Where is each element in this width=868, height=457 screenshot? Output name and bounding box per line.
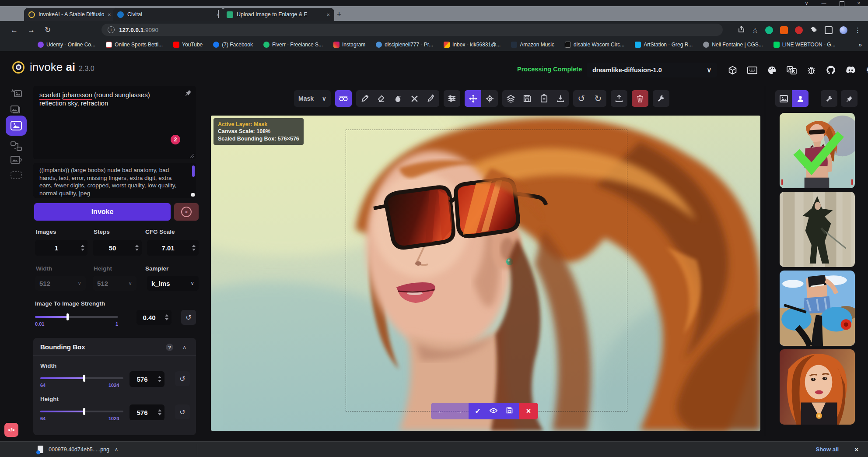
gallery-images-tab-button[interactable] (775, 90, 792, 107)
steps-stepper[interactable] (132, 240, 142, 256)
tab-nodes[interactable] (7, 138, 25, 154)
eraser-tool-button[interactable] (373, 90, 389, 107)
save-to-gallery-button[interactable] (519, 90, 536, 107)
bookmark-item[interactable]: Udemy - Online Co... (38, 42, 95, 48)
resize-handle[interactable] (190, 153, 194, 158)
previous-image-button[interactable]: ← (437, 407, 444, 415)
height-select[interactable]: 512 ∨ (93, 276, 136, 291)
adblock-extension-icon[interactable] (795, 26, 803, 34)
brush-options-button[interactable] (444, 90, 460, 107)
negative-prompt-textarea[interactable]: ((implants)) (large boobs) nude bad anat… (33, 163, 196, 198)
slider-handle[interactable] (83, 375, 85, 382)
erase-bounding-box-button[interactable] (406, 90, 423, 107)
merge-visible-button[interactable] (502, 90, 519, 107)
settings-gear-icon[interactable]: ⚙ (866, 65, 868, 75)
tab-close-icon[interactable]: × (108, 11, 111, 18)
show-all-downloads-link[interactable]: Show all (816, 446, 839, 453)
cfg-scale-input[interactable]: 7.01 (147, 240, 199, 256)
color-picker-tool-button[interactable] (423, 90, 439, 107)
tab-post-processing[interactable] (7, 152, 25, 168)
tab-image-to-image[interactable] (7, 102, 25, 117)
tab-search-icon[interactable]: ∨ (805, 0, 808, 6)
bookmark-item[interactable]: ArtStation - Greg R... (635, 42, 693, 48)
download-chevron-icon[interactable]: ∧ (115, 446, 118, 452)
profile-avatar[interactable] (840, 26, 847, 34)
github-icon[interactable] (826, 65, 836, 75)
steps-input[interactable]: 50 (93, 240, 142, 256)
reset-view-button[interactable] (481, 90, 498, 107)
mask-visibility-toggle[interactable] (335, 90, 352, 107)
site-info-icon[interactable]: i (108, 26, 115, 33)
bbox-height-stepper[interactable] (155, 404, 164, 420)
show-hide-mask-button[interactable] (490, 407, 497, 415)
scrollbar-thumb[interactable] (192, 165, 195, 177)
bbox-width-stepper[interactable] (155, 371, 164, 387)
gallery-person-tab-button[interactable] (792, 90, 808, 107)
canvas-settings-button[interactable] (653, 90, 669, 107)
upload-image-button[interactable] (611, 90, 627, 107)
move-tool-button[interactable] (465, 90, 481, 107)
bug-report-icon[interactable] (807, 66, 816, 75)
bbox-width-input[interactable]: 576 (130, 371, 164, 387)
undo-button[interactable]: ↺ (573, 90, 590, 107)
width-select[interactable]: 512 ∨ (35, 276, 86, 291)
strength-reset-button[interactable]: ↺ (181, 310, 196, 325)
pin-icon[interactable] (185, 89, 192, 98)
extension-green-icon[interactable] (765, 26, 773, 34)
layer-select[interactable]: Mask ∨ (294, 90, 331, 107)
gallery-thumbnail-selected[interactable] (780, 113, 855, 188)
back-icon[interactable]: ← (10, 26, 18, 35)
extensions-puzzle-icon[interactable] (810, 25, 818, 35)
address-input[interactable]: i 127.0.0.1:9090 (102, 24, 723, 36)
gallery-pin-button[interactable] (841, 90, 858, 107)
brush-tool-button[interactable] (356, 90, 373, 107)
console-toggle-button[interactable]: </> (4, 423, 18, 437)
forward-icon[interactable]: → (28, 26, 35, 35)
tab-text-to-image[interactable] (7, 86, 25, 102)
bookmark-item[interactable]: disable Wacom Circ... (565, 42, 624, 48)
language-translate-icon[interactable] (787, 66, 797, 74)
bookmarks-overflow-icon[interactable]: » (858, 41, 862, 48)
gallery-thumbnail[interactable] (780, 271, 855, 346)
prompt-textarea[interactable]: scarlett johansson (round sunglasses) re… (33, 86, 196, 159)
help-icon[interactable]: ? (166, 344, 173, 351)
model-select[interactable]: dreamlike-diffusion-1.0 ∨ (587, 63, 717, 77)
bbox-width-reset-button[interactable]: ↺ (175, 371, 190, 386)
browser-menu-icon[interactable]: ⋮ (854, 26, 861, 34)
extension-orange-icon[interactable] (780, 26, 788, 34)
bookmark-item[interactable]: discipleneil777 - Pr... (376, 42, 433, 48)
tab-close-icon[interactable]: × (326, 11, 330, 18)
share-icon[interactable] (738, 26, 745, 35)
strength-stepper[interactable] (162, 310, 172, 325)
bookmark-item[interactable]: Fiverr - Freelance S... (263, 42, 323, 48)
tab-training[interactable] (7, 167, 25, 183)
invoke-button[interactable]: Invoke (34, 203, 171, 221)
accept-image-button[interactable]: ✓ (475, 407, 481, 416)
window-close-button[interactable]: × (858, 0, 860, 6)
bookmark-item[interactable]: (7) Facebook (213, 42, 253, 48)
copy-to-clipboard-button[interactable] (536, 90, 552, 107)
tab-unified-canvas-selected[interactable] (6, 116, 27, 136)
images-stepper[interactable] (78, 240, 88, 256)
bookmark-item[interactable]: Neil Fontaine | CGS... (703, 42, 763, 48)
slider-handle[interactable] (66, 313, 69, 320)
bbox-height-input[interactable]: 576 (130, 404, 164, 420)
window-minimize-button[interactable]: — (822, 0, 826, 6)
tab-upload-image[interactable]: Upload Image to Enlarge & Enha × (222, 8, 334, 21)
bbox-height-reset-button[interactable]: ↺ (175, 404, 190, 419)
strength-input[interactable]: 0.40 (136, 310, 172, 325)
discord-icon[interactable] (846, 66, 856, 74)
model-manager-cube-icon[interactable] (728, 66, 737, 75)
bookmark-item[interactable]: YouTube (173, 42, 203, 48)
theme-palette-icon[interactable] (767, 66, 777, 75)
bookmark-item[interactable]: Instagram (333, 42, 365, 48)
redo-button[interactable]: ↻ (590, 90, 606, 107)
bookmark-item[interactable]: LINE WEBTOON - G... (774, 42, 836, 48)
window-maximize-button[interactable] (840, 1, 844, 6)
new-tab-button[interactable]: + (333, 9, 345, 20)
bookmark-item[interactable]: Online Sports Betti... (106, 42, 163, 48)
strength-slider[interactable] (35, 315, 118, 322)
clear-canvas-button[interactable] (632, 90, 648, 107)
download-image-button[interactable] (552, 90, 569, 107)
gallery-thumbnail[interactable] (780, 349, 855, 425)
